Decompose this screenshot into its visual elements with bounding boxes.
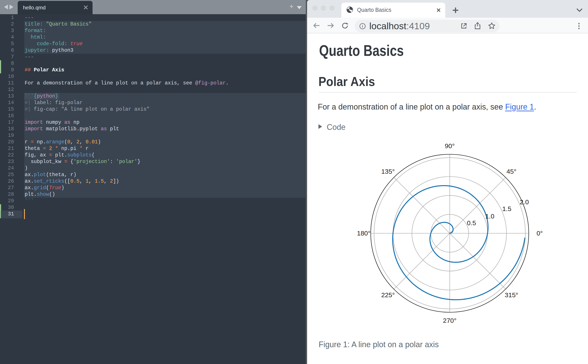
svg-text:1.5: 1.5 <box>502 205 511 212</box>
svg-text:90°: 90° <box>445 142 455 150</box>
svg-text:0°: 0° <box>536 230 543 237</box>
svg-text:225°: 225° <box>381 291 395 299</box>
svg-text:270°: 270° <box>443 317 456 324</box>
svg-text:45°: 45° <box>507 168 516 175</box>
svg-text:2.0: 2.0 <box>520 198 529 206</box>
svg-text:0.5: 0.5 <box>467 219 476 227</box>
svg-text:180°: 180° <box>357 230 370 237</box>
svg-text:1.0: 1.0 <box>485 213 494 220</box>
svg-text:135°: 135° <box>381 168 395 175</box>
svg-text:315°: 315° <box>505 291 518 299</box>
